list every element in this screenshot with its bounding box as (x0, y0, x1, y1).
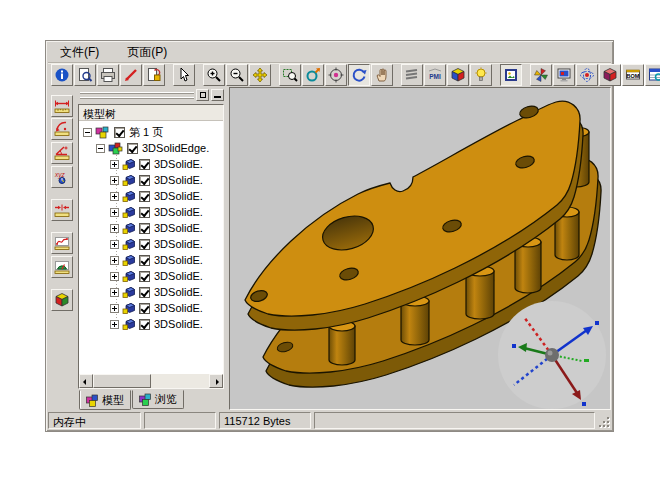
expand-toggle[interactable] (110, 192, 119, 201)
visibility-checkbox[interactable] (139, 239, 150, 250)
panel-float-button[interactable] (196, 89, 209, 101)
solid-cube-button[interactable] (599, 64, 621, 86)
3d-viewport[interactable] (229, 87, 611, 410)
tree-row-assembly[interactable]: 3DSolidEdge. (79, 140, 223, 156)
tree-row-part[interactable]: 3DSolidE. (79, 252, 223, 268)
annotate-button[interactable] (120, 64, 142, 86)
tree-hscrollbar[interactable] (79, 374, 223, 388)
tab-browse[interactable]: 浏览 (132, 390, 184, 409)
scroll-thumb[interactable] (93, 374, 151, 388)
part-node-icon (122, 270, 136, 283)
coordinate-xyz-button[interactable]: xyz (51, 166, 73, 188)
expand-toggle[interactable] (110, 288, 119, 297)
print-preview-button[interactable] (74, 64, 96, 86)
measure-gap-button[interactable] (51, 199, 73, 221)
measure-radius-button[interactable] (51, 118, 73, 140)
expand-toggle[interactable] (110, 224, 119, 233)
collapse-toggle[interactable] (96, 144, 105, 153)
orbit-rings-button[interactable] (576, 64, 598, 86)
visibility-checkbox[interactable] (127, 143, 138, 154)
tree-row-part[interactable]: 3DSolidE. (79, 220, 223, 236)
visibility-checkbox[interactable] (139, 303, 150, 314)
scroll-right-arrow[interactable] (209, 374, 223, 388)
rotate-button[interactable] (348, 64, 370, 86)
orbit-button[interactable] (302, 64, 324, 86)
status-cell-2 (144, 412, 216, 429)
expand-toggle[interactable] (110, 176, 119, 185)
zoom-window-icon (282, 67, 298, 83)
part-node-icon (122, 238, 136, 251)
tree-row-part[interactable]: 3DSolidE. (79, 172, 223, 188)
tree-row-part[interactable]: 3DSolidE. (79, 316, 223, 332)
tree-row-part[interactable]: 3DSolidE. (79, 268, 223, 284)
print-button[interactable] (97, 64, 119, 86)
visibility-checkbox[interactable] (139, 159, 150, 170)
panel-grip[interactable] (80, 92, 194, 99)
part-node-icon (122, 206, 136, 219)
expand-toggle[interactable] (110, 240, 119, 249)
tree-row-part[interactable]: 3DSolidE. (79, 236, 223, 252)
light-button[interactable] (470, 64, 492, 86)
zoom-window-button[interactable] (279, 64, 301, 86)
expand-toggle[interactable] (110, 208, 119, 217)
measure-distance-button[interactable] (51, 95, 73, 117)
tab-label: 浏览 (155, 392, 177, 407)
visibility-checkbox[interactable] (139, 255, 150, 266)
panel-header[interactable] (78, 88, 226, 103)
info-button[interactable] (51, 64, 73, 86)
solid-view-button[interactable] (51, 289, 73, 311)
expand-toggle[interactable] (110, 304, 119, 313)
tree-row-part[interactable]: 3DSolidE. (79, 188, 223, 204)
layers-button[interactable] (401, 64, 423, 86)
panel-hide-button[interactable] (211, 89, 224, 101)
tree-row-part[interactable]: 3DSolidE. (79, 156, 223, 172)
part-node-icon (122, 222, 136, 235)
menu-page[interactable]: 页面(P) (125, 43, 169, 62)
hide-icon (214, 96, 221, 98)
menu-file[interactable]: 文件(F) (58, 43, 101, 62)
tab-model[interactable]: 模型 (79, 390, 131, 410)
monitor-button[interactable] (553, 64, 575, 86)
tree-row-part[interactable]: 3DSolidE. (79, 300, 223, 316)
zoom-out-button[interactable] (226, 64, 248, 86)
visibility-checkbox[interactable] (139, 287, 150, 298)
expand-toggle[interactable] (110, 160, 119, 169)
tree-row-part[interactable]: 3DSolidE. (79, 284, 223, 300)
table-search-button[interactable] (645, 64, 660, 86)
node-label: 3DSolidE. (154, 174, 203, 186)
visibility-checkbox[interactable] (139, 175, 150, 186)
node-label: 3DSolidE. (154, 190, 203, 202)
visibility-checkbox[interactable] (114, 127, 125, 138)
export-button[interactable] (143, 64, 165, 86)
measure-angle-button[interactable] (51, 142, 73, 164)
info-icon (54, 67, 70, 83)
expand-toggle[interactable] (110, 320, 119, 329)
visibility-checkbox[interactable] (139, 223, 150, 234)
capture-button[interactable] (500, 64, 522, 86)
pinwheel-button[interactable] (530, 64, 552, 86)
layers-icon (404, 67, 420, 83)
scroll-left-arrow[interactable] (79, 374, 93, 388)
pmi-button[interactable]: PMI (424, 64, 446, 86)
resize-grip[interactable] (598, 412, 611, 429)
measure-radius-icon (54, 121, 70, 137)
tree-row-page[interactable]: 第 1 页 (79, 124, 223, 140)
collapse-toggle[interactable] (83, 128, 92, 137)
tree-row-part[interactable]: 3DSolidE. (79, 204, 223, 220)
visibility-checkbox[interactable] (139, 271, 150, 282)
visibility-checkbox[interactable] (139, 207, 150, 218)
visibility-checkbox[interactable] (139, 319, 150, 330)
measure-area-button[interactable] (51, 256, 73, 278)
pan-button[interactable] (249, 64, 271, 86)
bom-button[interactable]: BOM (622, 64, 644, 86)
rotate-center-button[interactable] (325, 64, 347, 86)
views-button[interactable] (447, 64, 469, 86)
zoom-in-button[interactable] (203, 64, 225, 86)
pan-hand-button[interactable] (371, 64, 393, 86)
expand-toggle[interactable] (110, 256, 119, 265)
visibility-checkbox[interactable] (139, 191, 150, 202)
measure-curve-button[interactable] (51, 232, 73, 254)
svg-text:PMI: PMI (429, 73, 441, 80)
expand-toggle[interactable] (110, 272, 119, 281)
select-button[interactable] (173, 64, 195, 86)
